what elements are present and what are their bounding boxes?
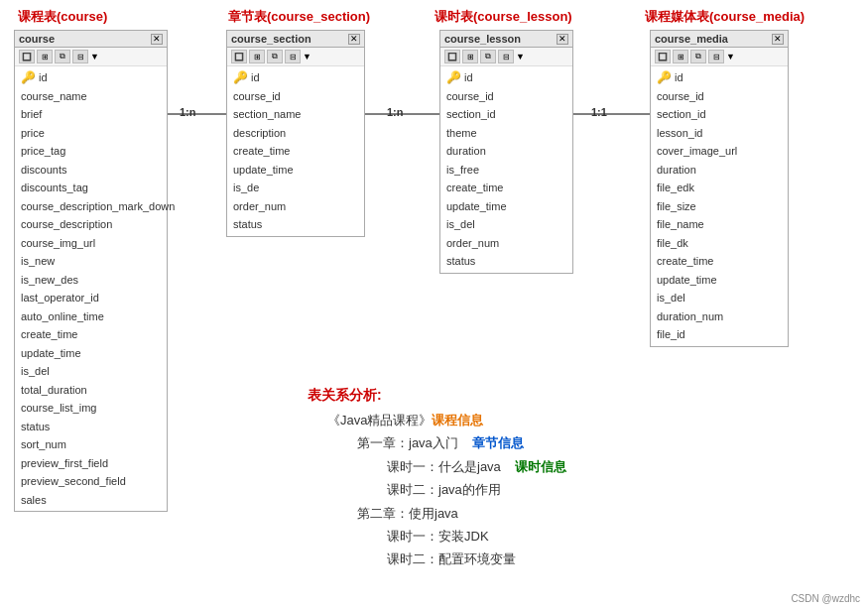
media-table: course_media ✕ 🔲 ⊞ ⧉ ⊟ ▼ 🔑 id course_id … xyxy=(650,30,789,347)
media-field-cover_image_url: cover_image_url xyxy=(651,142,788,161)
analysis-line-5: 课时一：安装JDK xyxy=(308,525,566,548)
course-field-sort_num: sort_num xyxy=(15,435,167,454)
course-field-sales: sales xyxy=(15,491,167,510)
section-btn3[interactable]: ⧉ xyxy=(267,50,283,63)
lesson1-text: 课时一：什么是java xyxy=(387,459,501,474)
analysis-line-1: 第一章：java入门 章节信息 xyxy=(308,431,566,454)
course-btn2[interactable]: ⊞ xyxy=(37,50,53,63)
section-field-section_name: section_name xyxy=(227,105,364,124)
course-info-text: 课程信息 xyxy=(432,413,483,427)
media-field-file_id: file_id xyxy=(651,325,788,344)
section-table-close[interactable]: ✕ xyxy=(348,34,360,45)
course-field-id: 🔑 id xyxy=(15,68,167,87)
section-btn1[interactable]: 🔲 xyxy=(231,50,247,63)
course-field-preview_first: preview_first_field xyxy=(15,454,167,473)
lesson-table-close[interactable]: ✕ xyxy=(557,34,568,45)
media-field-duration: duration xyxy=(651,161,788,180)
lesson-field-duration: duration xyxy=(440,142,572,161)
course-table-close[interactable]: ✕ xyxy=(151,34,163,45)
relation-label-1n-2: 1:n xyxy=(387,106,404,118)
lesson-table-title: course_lesson xyxy=(444,33,521,45)
media-field-duration_num: duration_num xyxy=(651,307,788,326)
lesson-info-text: 课时信息 xyxy=(515,459,566,474)
lesson3-text: 课时一：安装JDK xyxy=(387,529,489,544)
section-field-id: 🔑 id xyxy=(227,68,364,87)
lesson-field-section_id: section_id xyxy=(440,105,572,124)
lesson-table-body: 🔑 id course_id section_id theme duration… xyxy=(440,66,572,273)
page-container: 课程表(course) 章节表(course_section) 课时表(cour… xyxy=(0,0,868,610)
course-btn3[interactable]: ⧉ xyxy=(55,50,70,63)
media-btn2[interactable]: ⊞ xyxy=(673,50,688,63)
section-table: course_section ✕ 🔲 ⊞ ⧉ ⊟ ▼ 🔑 id course_i… xyxy=(226,30,365,237)
media-toolbar: 🔲 ⊞ ⧉ ⊟ ▼ xyxy=(651,48,788,66)
lesson-field-id: 🔑 id xyxy=(440,68,572,87)
section-table-label: 章节表(course_section) xyxy=(228,8,370,26)
course-field-status: status xyxy=(15,418,167,436)
course-field-brief: brief xyxy=(15,105,167,124)
course-toolbar: 🔲 ⊞ ⧉ ⊟ ▼ xyxy=(15,48,167,66)
lesson-field-course_id: course_id xyxy=(440,87,572,106)
section-info-text: 章节信息 xyxy=(472,435,524,450)
course-table-label: 课程表(course) xyxy=(18,8,107,26)
course-field-course_desc_md: course_description_mark_down xyxy=(15,197,167,216)
section-btn5[interactable]: ▼ xyxy=(303,52,311,61)
lesson-table: course_lesson ✕ 🔲 ⊞ ⧉ ⊟ ▼ 🔑 id course_id… xyxy=(439,30,573,274)
lesson4-text: 课时二：配置环境变量 xyxy=(387,551,516,566)
lesson-btn1[interactable]: 🔲 xyxy=(444,50,460,63)
course-field-course_name: course_name xyxy=(15,87,167,106)
section-field-order_num: order_num xyxy=(227,197,364,216)
course-field-course_img_url: course_img_url xyxy=(15,234,167,253)
lesson-btn2[interactable]: ⊞ xyxy=(462,50,478,63)
lesson-btn3[interactable]: ⧉ xyxy=(480,50,496,63)
media-table-label: 课程媒体表(course_media) xyxy=(645,8,805,26)
analysis-line-2: 课时一：什么是java 课时信息 xyxy=(308,455,566,478)
java-course-text: 《Java精品课程》 xyxy=(327,413,432,427)
course-field-preview_second: preview_second_field xyxy=(15,472,167,491)
section-field-create_time: create_time xyxy=(227,142,364,161)
lesson2-text: 课时二：java的作用 xyxy=(387,482,501,497)
media-field-file_edk: file_edk xyxy=(651,179,788,197)
course-field-discounts_tag: discounts_tag xyxy=(15,179,167,197)
section-field-is_de: is_de xyxy=(227,179,364,197)
section-btn2[interactable]: ⊞ xyxy=(249,50,265,63)
lesson-field-order_num: order_num xyxy=(440,234,572,253)
analysis-line-0: 《Java精品课程》课程信息 xyxy=(308,409,566,431)
media-btn3[interactable]: ⧉ xyxy=(690,50,706,63)
course-table-body: 🔑 id course_name brief price price_tag d… xyxy=(15,66,167,511)
lesson-field-create_time: create_time xyxy=(440,179,572,197)
course-field-is_new: is_new xyxy=(15,252,167,271)
section-btn4[interactable]: ⊟ xyxy=(285,50,301,63)
chapter1-text: 第一章：java入门 xyxy=(357,435,458,450)
media-btn4[interactable]: ⊟ xyxy=(708,50,724,63)
media-table-close[interactable]: ✕ xyxy=(772,34,784,45)
course-table-header: course ✕ xyxy=(15,31,167,48)
chapter2-text: 第二章：使用java xyxy=(357,506,458,521)
course-btn4[interactable]: ⊟ xyxy=(72,50,88,63)
lesson-btn5[interactable]: ▼ xyxy=(516,52,525,61)
media-field-file_dk: file_dk xyxy=(651,234,788,253)
course-field-price_tag: price_tag xyxy=(15,142,167,161)
lesson-field-is_del: is_del xyxy=(440,215,572,234)
course-btn5[interactable]: ▼ xyxy=(90,52,99,61)
course-btn1[interactable]: 🔲 xyxy=(19,50,35,63)
media-btn5[interactable]: ▼ xyxy=(726,52,735,61)
media-field-section_id: section_id xyxy=(651,105,788,124)
analysis-line-4: 第二章：使用java xyxy=(308,502,566,525)
course-field-discounts: discounts xyxy=(15,161,167,180)
section-toolbar: 🔲 ⊞ ⧉ ⊟ ▼ xyxy=(227,48,364,66)
media-table-header: course_media ✕ xyxy=(651,31,788,48)
media-field-file_name: file_name xyxy=(651,215,788,234)
section-table-header: course_section ✕ xyxy=(227,31,364,48)
lesson-toolbar: 🔲 ⊞ ⧉ ⊟ ▼ xyxy=(440,48,572,66)
media-field-update_time: update_time xyxy=(651,271,788,290)
key-icon-section: 🔑 xyxy=(233,71,248,83)
analysis-line-3: 课时二：java的作用 xyxy=(308,478,566,501)
section-field-description: description xyxy=(227,124,364,143)
course-field-create_time: create_time xyxy=(15,325,167,344)
media-btn1[interactable]: 🔲 xyxy=(655,50,671,63)
course-field-price: price xyxy=(15,124,167,143)
key-icon-course: 🔑 xyxy=(21,71,36,83)
lesson-btn4[interactable]: ⊟ xyxy=(498,50,514,63)
lesson-table-header: course_lesson ✕ xyxy=(440,31,572,48)
analysis-title: 表关系分析: xyxy=(308,387,566,405)
